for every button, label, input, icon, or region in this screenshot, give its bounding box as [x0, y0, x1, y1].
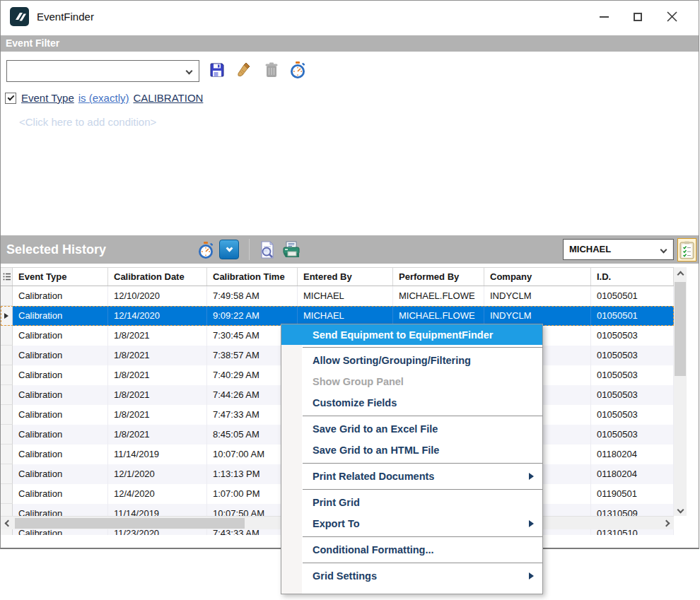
- grid-cell[interactable]: 01180204: [591, 445, 674, 464]
- grid-cell[interactable]: INDYCLM: [484, 306, 591, 326]
- row-indicator[interactable]: [1, 326, 13, 346]
- table-row[interactable]: Calibration12/10/20207:49:58 AMMICHAELMI…: [1, 286, 674, 306]
- row-indicator[interactable]: [1, 405, 13, 425]
- row-indicator[interactable]: [1, 425, 13, 445]
- menu-item-grid-settings[interactable]: Grid Settings: [281, 565, 542, 587]
- grid-cell[interactable]: 01050503: [591, 405, 674, 425]
- horizontal-scroll-thumb[interactable]: [15, 518, 245, 529]
- grid-cell[interactable]: MICHAEL: [298, 286, 393, 306]
- row-indicator[interactable]: [1, 464, 13, 484]
- row-indicator[interactable]: [1, 445, 13, 464]
- row-indicator[interactable]: [1, 346, 13, 365]
- row-indicator-header[interactable]: [1, 268, 13, 286]
- grid-cell[interactable]: 1/8/2021: [108, 385, 207, 405]
- menu-item-print-related-documents[interactable]: Print Related Documents: [281, 466, 542, 487]
- grid-cell[interactable]: 1/8/2021: [108, 365, 207, 385]
- column-header-company[interactable]: Company: [484, 268, 591, 286]
- scroll-left-button[interactable]: [1, 517, 13, 530]
- grid-cell[interactable]: 1/8/2021: [108, 326, 207, 346]
- grid-cell[interactable]: Calibration: [13, 464, 108, 484]
- grid-cell[interactable]: 12/10/2020: [108, 286, 207, 306]
- grid-cell[interactable]: Calibration: [13, 385, 108, 405]
- column-header-calibration-time[interactable]: Calibration Time: [207, 268, 298, 286]
- grid-cell[interactable]: 01050503: [591, 425, 674, 445]
- condition-field-link[interactable]: Event Type: [21, 92, 74, 104]
- grid-cell[interactable]: 01050501: [591, 286, 674, 306]
- grid-cell[interactable]: Calibration: [13, 306, 108, 326]
- checklist-button[interactable]: [677, 238, 696, 261]
- grid-cell[interactable]: 11/14/2019: [108, 445, 207, 464]
- grid-cell[interactable]: Calibration: [13, 346, 108, 365]
- print-preview-button[interactable]: [257, 240, 276, 259]
- menu-item-send-equipment-to-equipmentfinder[interactable]: Send Equipment to EquipmentFinder: [281, 324, 542, 345]
- grid-cell[interactable]: Calibration: [13, 286, 108, 306]
- grid-cell[interactable]: 1/8/2021: [108, 425, 207, 445]
- grid-cell[interactable]: 9:09:22 AM: [207, 306, 298, 326]
- menu-item-conditional-formatting[interactable]: Conditional Formatting...: [281, 539, 542, 560]
- condition-checkbox[interactable]: [5, 93, 16, 104]
- saved-filter-combobox[interactable]: [6, 60, 199, 82]
- user-filter-combobox[interactable]: MICHAEL: [563, 239, 674, 260]
- grid-cell[interactable]: 12/4/2020: [108, 484, 207, 504]
- grid-cell[interactable]: Calibration: [13, 425, 108, 445]
- grid-cell[interactable]: 01050501: [591, 306, 674, 326]
- delete-filter-button[interactable]: [262, 61, 281, 79]
- grid-cell[interactable]: 01050503: [591, 326, 674, 346]
- grid-cell[interactable]: Calibration: [13, 365, 108, 385]
- scroll-up-button[interactable]: [674, 267, 687, 279]
- column-header-entered-by[interactable]: Entered By: [298, 268, 393, 286]
- grid-cell[interactable]: 12/14/2020: [108, 306, 207, 326]
- grid-cell[interactable]: 01050503: [591, 385, 674, 405]
- grid-cell[interactable]: 01050503: [591, 365, 674, 385]
- table-row[interactable]: Calibration12/14/20209:09:22 AMMICHAELMI…: [1, 306, 674, 326]
- run-filter-button[interactable]: [288, 61, 307, 79]
- grid-cell[interactable]: Calibration: [13, 405, 108, 425]
- maximize-button[interactable]: [621, 5, 655, 29]
- save-filter-button[interactable]: [208, 61, 226, 79]
- row-indicator[interactable]: [1, 385, 13, 405]
- column-header-i-d-[interactable]: I.D.: [591, 268, 674, 286]
- column-header-performed-by[interactable]: Performed By: [393, 268, 484, 286]
- print-grid-button[interactable]: [281, 240, 301, 259]
- row-indicator[interactable]: [1, 306, 13, 326]
- menu-item-allow-sorting-grouping-filtering[interactable]: Allow Sorting/Grouping/Filtering: [281, 350, 542, 371]
- vertical-scroll-thumb[interactable]: [675, 282, 686, 376]
- chevron-down-icon: [677, 507, 684, 514]
- menu-item-label: Show Group Panel: [313, 376, 404, 387]
- grid-cell[interactable]: Calibration: [13, 445, 108, 464]
- grid-cell[interactable]: 01180204: [591, 464, 674, 484]
- menu-item-save-grid-to-an-html-file[interactable]: Save Grid to an HTML File: [281, 440, 542, 461]
- row-indicator[interactable]: [1, 286, 13, 306]
- grid-cell[interactable]: 01190501: [591, 484, 674, 504]
- grid-cell[interactable]: 01050503: [591, 346, 674, 365]
- column-header-event-type[interactable]: Event Type: [13, 268, 108, 286]
- row-indicator[interactable]: [1, 484, 13, 504]
- vertical-scrollbar[interactable]: [674, 267, 687, 516]
- expand-options-button[interactable]: [219, 240, 239, 259]
- condition-value-link[interactable]: CALIBRATION: [133, 92, 203, 104]
- column-header-calibration-date[interactable]: Calibration Date: [108, 268, 207, 286]
- menu-item-save-grid-to-an-excel-file[interactable]: Save Grid to an Excel File: [281, 418, 542, 440]
- menu-item-export-to[interactable]: Export To: [281, 513, 542, 534]
- row-indicator[interactable]: [1, 365, 13, 385]
- grid-cell[interactable]: 1/8/2021: [108, 405, 207, 425]
- scroll-down-button[interactable]: [674, 504, 687, 516]
- grid-cell[interactable]: 12/1/2020: [108, 464, 207, 484]
- scroll-right-button[interactable]: [661, 517, 674, 530]
- grid-cell[interactable]: Calibration: [13, 326, 108, 346]
- grid-cell[interactable]: Calibration: [13, 484, 108, 504]
- grid-cell[interactable]: INDYCLM: [484, 286, 591, 306]
- grid-cell[interactable]: MICHAEL: [298, 306, 393, 326]
- history-timer-button[interactable]: [196, 240, 215, 259]
- minimize-button[interactable]: [587, 5, 621, 29]
- menu-item-print-grid[interactable]: Print Grid: [281, 492, 542, 513]
- grid-cell[interactable]: MICHAEL.FLOWE: [393, 306, 484, 326]
- close-button[interactable]: [655, 5, 689, 29]
- menu-item-customize-fields[interactable]: Customize Fields: [281, 392, 542, 413]
- condition-operator-link[interactable]: is (exactly): [78, 92, 129, 104]
- grid-cell[interactable]: MICHAEL.FLOWE: [393, 286, 484, 306]
- grid-cell[interactable]: 7:49:58 AM: [207, 286, 298, 306]
- grid-cell[interactable]: 1/8/2021: [108, 346, 207, 365]
- clear-filter-button[interactable]: [235, 61, 254, 79]
- add-condition-hint[interactable]: <Click here to add condition>: [19, 116, 156, 128]
